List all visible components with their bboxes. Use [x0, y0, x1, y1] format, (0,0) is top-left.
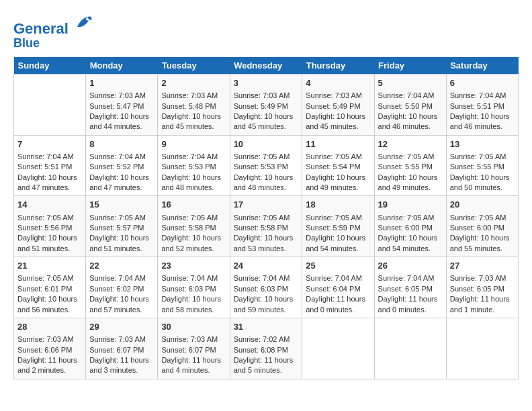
calendar-cell: 23Sunrise: 7:04 AMSunset: 6:03 PMDayligh… [158, 257, 230, 318]
day-info: Sunrise: 7:04 AM [306, 273, 370, 283]
day-info: Sunrise: 7:03 AM [89, 91, 154, 101]
calendar-cell: 24Sunrise: 7:04 AMSunset: 6:03 PMDayligh… [230, 257, 302, 318]
day-info: Sunrise: 7:04 AM [17, 152, 82, 162]
day-number: 24 [234, 260, 299, 272]
day-info: Daylight: 10 hours [89, 173, 154, 183]
day-info: Sunset: 5:54 PM [306, 162, 370, 172]
calendar-cell: 15Sunrise: 7:05 AMSunset: 5:57 PMDayligh… [86, 196, 158, 257]
day-info: and 51 minutes. [17, 244, 82, 254]
day-info: Daylight: 10 hours [306, 173, 370, 183]
day-info: Daylight: 10 hours [306, 111, 370, 122]
day-info: Sunset: 5:59 PM [306, 223, 370, 233]
day-info: Sunrise: 7:05 AM [17, 213, 82, 223]
day-number: 6 [450, 77, 515, 89]
calendar-cell: 13Sunrise: 7:05 AMSunset: 5:55 PMDayligh… [446, 135, 518, 196]
day-info: Sunset: 5:47 PM [89, 101, 154, 111]
day-info: Sunset: 5:56 PM [17, 223, 82, 233]
day-info: Daylight: 11 hours [89, 355, 154, 365]
calendar-cell: 21Sunrise: 7:05 AMSunset: 6:01 PMDayligh… [14, 257, 86, 318]
day-number: 14 [17, 199, 82, 211]
calendar-cell [302, 318, 374, 379]
day-info: Sunset: 6:00 PM [450, 223, 515, 233]
day-info: Daylight: 10 hours [161, 233, 226, 243]
day-info: Sunset: 6:05 PM [378, 284, 443, 294]
weekday-header-tuesday: Tuesday [158, 57, 230, 75]
day-info: Sunrise: 7:05 AM [378, 152, 443, 162]
calendar-cell: 3Sunrise: 7:03 AMSunset: 5:49 PMDaylight… [230, 74, 302, 135]
day-info: Sunset: 6:03 PM [161, 284, 226, 294]
day-info: Daylight: 10 hours [450, 233, 515, 243]
day-info: Sunset: 6:07 PM [89, 345, 154, 355]
day-number: 4 [306, 77, 370, 89]
day-number: 30 [161, 321, 226, 333]
day-info: Daylight: 10 hours [161, 111, 226, 122]
day-info: Sunrise: 7:03 AM [89, 334, 154, 345]
day-info: Sunset: 5:55 PM [450, 162, 515, 172]
day-number: 10 [234, 138, 299, 150]
day-info: Daylight: 10 hours [306, 233, 370, 243]
weekday-header-wednesday: Wednesday [230, 57, 302, 75]
day-number: 18 [306, 199, 370, 211]
calendar-cell: 5Sunrise: 7:04 AMSunset: 5:50 PMDaylight… [374, 74, 446, 135]
logo-bird-icon [74, 13, 94, 34]
day-info: Sunrise: 7:03 AM [306, 91, 370, 101]
day-info: Sunset: 5:58 PM [234, 223, 299, 233]
day-info: Sunrise: 7:03 AM [17, 334, 82, 345]
logo-blue: Blue [13, 37, 94, 50]
calendar-cell: 19Sunrise: 7:05 AMSunset: 6:00 PMDayligh… [374, 196, 446, 257]
day-info: Sunset: 5:50 PM [378, 101, 443, 111]
day-info: Daylight: 10 hours [450, 173, 515, 183]
day-info: Daylight: 10 hours [234, 233, 299, 243]
day-info: Sunset: 6:03 PM [234, 284, 299, 294]
calendar-cell: 31Sunrise: 7:02 AMSunset: 6:08 PMDayligh… [230, 318, 302, 379]
calendar-cell: 20Sunrise: 7:05 AMSunset: 6:00 PMDayligh… [446, 196, 518, 257]
day-info: Sunset: 5:49 PM [306, 101, 370, 111]
day-info: Sunset: 6:01 PM [17, 284, 82, 294]
day-info: Sunset: 5:57 PM [89, 223, 154, 233]
day-info: Sunrise: 7:04 AM [378, 91, 443, 101]
day-info: Sunrise: 7:05 AM [306, 213, 370, 223]
day-info: Daylight: 11 hours [17, 355, 82, 365]
day-info: Daylight: 10 hours [234, 294, 299, 304]
calendar-cell: 26Sunrise: 7:04 AMSunset: 6:05 PMDayligh… [374, 257, 446, 318]
day-info: and 56 minutes. [17, 305, 82, 315]
page-header: General Blue [13, 13, 519, 50]
day-info: Sunset: 6:06 PM [17, 345, 82, 355]
day-info: Sunset: 6:00 PM [378, 223, 443, 233]
day-info: Sunrise: 7:05 AM [89, 213, 154, 223]
day-info: and 49 minutes. [378, 183, 443, 193]
day-info: and 49 minutes. [306, 183, 370, 193]
calendar-cell: 7Sunrise: 7:04 AMSunset: 5:51 PMDaylight… [14, 135, 86, 196]
day-number: 12 [378, 138, 443, 150]
day-info: Daylight: 10 hours [161, 173, 226, 183]
calendar-cell [446, 318, 518, 379]
day-info: and 54 minutes. [378, 244, 443, 254]
calendar-cell: 29Sunrise: 7:03 AMSunset: 6:07 PMDayligh… [86, 318, 158, 379]
day-number: 25 [306, 260, 370, 272]
day-number: 27 [450, 260, 515, 272]
day-info: and 57 minutes. [89, 305, 154, 315]
day-info: and 59 minutes. [234, 305, 299, 315]
day-number: 5 [378, 77, 443, 89]
calendar-cell [14, 74, 86, 135]
logo: General Blue [13, 13, 94, 50]
day-info: Sunset: 5:58 PM [161, 223, 226, 233]
calendar-cell: 27Sunrise: 7:03 AMSunset: 6:05 PMDayligh… [446, 257, 518, 318]
calendar-cell: 14Sunrise: 7:05 AMSunset: 5:56 PMDayligh… [14, 196, 86, 257]
day-info: Sunset: 5:49 PM [234, 101, 299, 111]
day-number: 17 [234, 199, 299, 211]
calendar-cell: 10Sunrise: 7:05 AMSunset: 5:53 PMDayligh… [230, 135, 302, 196]
day-number: 1 [89, 77, 154, 89]
calendar-cell: 8Sunrise: 7:04 AMSunset: 5:52 PMDaylight… [86, 135, 158, 196]
day-info: Sunrise: 7:03 AM [161, 91, 226, 101]
day-info: Sunrise: 7:05 AM [234, 213, 299, 223]
day-info: and 44 minutes. [89, 122, 154, 132]
day-info: Daylight: 10 hours [378, 111, 443, 122]
day-number: 7 [17, 138, 82, 150]
day-info: Daylight: 10 hours [450, 111, 515, 122]
weekday-header-saturday: Saturday [446, 57, 518, 75]
day-info: and 45 minutes. [306, 122, 370, 132]
day-info: Sunrise: 7:05 AM [234, 152, 299, 162]
calendar-week-4: 21Sunrise: 7:05 AMSunset: 6:01 PMDayligh… [14, 257, 519, 318]
day-info: Daylight: 10 hours [89, 111, 154, 122]
